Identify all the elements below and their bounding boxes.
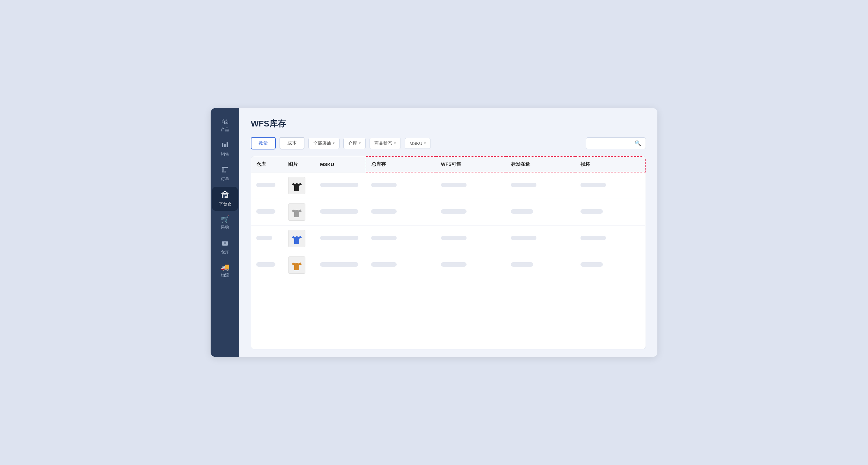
product-image-4 — [288, 257, 305, 274]
sidebar-item-warehouse[interactable]: 仓库 — [212, 235, 238, 259]
filter-warehouse-label: 仓库 — [348, 141, 357, 146]
svg-rect-1 — [224, 144, 226, 147]
table-row — [251, 199, 645, 225]
placeholder-bar — [441, 262, 467, 267]
table-body — [251, 172, 645, 278]
inventory-table: 仓库 图片 MSKU 总库存 WFS可售 标发在途 损坏 — [251, 156, 646, 278]
cell-total-stock-1 — [366, 172, 436, 199]
svg-rect-8 — [223, 195, 225, 198]
sidebar-label-sales: 销售 — [221, 151, 229, 157]
col-header-damaged: 损坏 — [576, 156, 645, 172]
search-wrapper: 🔍 — [586, 137, 646, 149]
cell-damaged-3 — [576, 225, 645, 252]
tag-icon: SEL — [221, 166, 228, 174]
cell-wfs-available-2 — [436, 199, 506, 225]
chevron-down-icon-2: ▾ — [359, 141, 361, 145]
placeholder-bar — [371, 262, 397, 267]
main-content: WFS库存 数量 成本 全部店铺 ▾ 仓库 ▾ 商品状态 ▾ MSKU ▾ — [239, 108, 657, 357]
placeholder-bar — [581, 262, 603, 267]
filter-store-label: 全部店铺 — [313, 141, 331, 146]
sidebar-label-logistics: 物流 — [221, 272, 229, 278]
sidebar-item-orders[interactable]: SEL 订单 — [212, 162, 238, 185]
sidebar-label-products: 产品 — [221, 127, 229, 133]
chart-icon: SEL — [221, 142, 228, 150]
placeholder-bar — [581, 236, 606, 240]
placeholder-bar — [256, 236, 272, 240]
chevron-down-icon-4: ▾ — [424, 141, 426, 145]
col-header-wfs-available: WFS可售 — [436, 156, 506, 172]
placeholder-bar — [441, 209, 467, 214]
placeholder-bar — [256, 262, 275, 267]
bag-icon: 🛍 — [221, 118, 228, 125]
cell-total-stock-4 — [366, 252, 436, 278]
placeholder-bar — [320, 209, 359, 214]
sidebar-item-sales[interactable]: SEL 销售 — [212, 138, 238, 161]
filter-warehouse[interactable]: 仓库 ▾ — [343, 138, 366, 149]
cell-in-transit-2 — [506, 199, 576, 225]
sidebar-item-platform-warehouse[interactable]: 平台仓 — [212, 187, 238, 211]
placeholder-bar — [371, 209, 397, 214]
search-icon[interactable]: 🔍 — [635, 140, 641, 146]
filter-product-status[interactable]: 商品状态 ▾ — [370, 138, 401, 149]
table-row — [251, 252, 645, 278]
cell-total-stock-3 — [366, 225, 436, 252]
sidebar-label-orders: 订单 — [221, 176, 229, 182]
table-row — [251, 225, 645, 252]
placeholder-bar — [320, 183, 359, 187]
table-header-row: 仓库 图片 MSKU 总库存 WFS可售 标发在途 损坏 — [251, 156, 645, 172]
filter-msku[interactable]: MSKU ▾ — [405, 138, 431, 149]
product-image-2 — [288, 203, 305, 221]
col-header-image: 图片 — [283, 156, 315, 172]
search-input[interactable] — [591, 141, 632, 146]
box-icon — [221, 239, 228, 248]
sidebar-label-purchase: 采购 — [221, 225, 229, 230]
chevron-down-icon-3: ▾ — [394, 141, 396, 145]
tab-cost[interactable]: 成本 — [280, 137, 304, 149]
sidebar-label-platform-warehouse: 平台仓 — [219, 201, 231, 207]
cell-wfs-available-3 — [436, 225, 506, 252]
chevron-down-icon: ▾ — [333, 141, 335, 145]
toolbar: 数量 成本 全部店铺 ▾ 仓库 ▾ 商品状态 ▾ MSKU ▾ 🔍 — [251, 137, 646, 149]
placeholder-bar — [511, 183, 536, 187]
placeholder-bar — [320, 262, 359, 267]
cell-msku-3 — [315, 225, 366, 252]
placeholder-bar — [371, 236, 397, 240]
cell-msku-2 — [315, 199, 366, 225]
placeholder-bar — [441, 183, 467, 187]
cell-image-1 — [283, 172, 315, 199]
cell-damaged-2 — [576, 199, 645, 225]
sidebar-item-purchase[interactable]: 🛒 采购 — [212, 212, 238, 234]
placeholder-bar — [511, 236, 536, 240]
cell-in-transit-4 — [506, 252, 576, 278]
filter-msku-label: MSKU — [409, 141, 422, 146]
cell-warehouse-3 — [251, 225, 283, 252]
table-container: 仓库 图片 MSKU 总库存 WFS可售 标发在途 损坏 — [251, 156, 646, 349]
placeholder-bar — [581, 183, 606, 187]
cell-image-3 — [283, 225, 315, 252]
placeholder-bar — [371, 183, 397, 187]
cell-in-transit-3 — [506, 225, 576, 252]
cell-wfs-available-4 — [436, 252, 506, 278]
cell-image-2 — [283, 199, 315, 225]
filter-store[interactable]: 全部店铺 ▾ — [308, 138, 340, 149]
svg-text:SEL: SEL — [222, 171, 226, 173]
col-header-total-stock: 总库存 — [366, 156, 436, 172]
svg-rect-2 — [226, 142, 228, 147]
cell-damaged-1 — [576, 172, 645, 199]
cart-icon: 🛒 — [221, 216, 229, 223]
cell-warehouse-2 — [251, 199, 283, 225]
cell-image-4 — [283, 252, 315, 278]
cell-warehouse-4 — [251, 252, 283, 278]
sidebar-item-logistics[interactable]: 🚚 物流 — [212, 260, 238, 282]
svg-rect-11 — [224, 242, 226, 244]
table-row — [251, 172, 645, 199]
cell-warehouse-1 — [251, 172, 283, 199]
sidebar-label-warehouse: 仓库 — [221, 249, 229, 255]
cell-msku-4 — [315, 252, 366, 278]
tab-quantity[interactable]: 数量 — [251, 137, 276, 149]
sidebar-item-products[interactable]: 🛍 产品 — [212, 114, 238, 136]
truck-icon: 🚚 — [221, 264, 229, 271]
cell-msku-1 — [315, 172, 366, 199]
placeholder-bar — [581, 209, 603, 214]
svg-rect-0 — [222, 143, 223, 147]
